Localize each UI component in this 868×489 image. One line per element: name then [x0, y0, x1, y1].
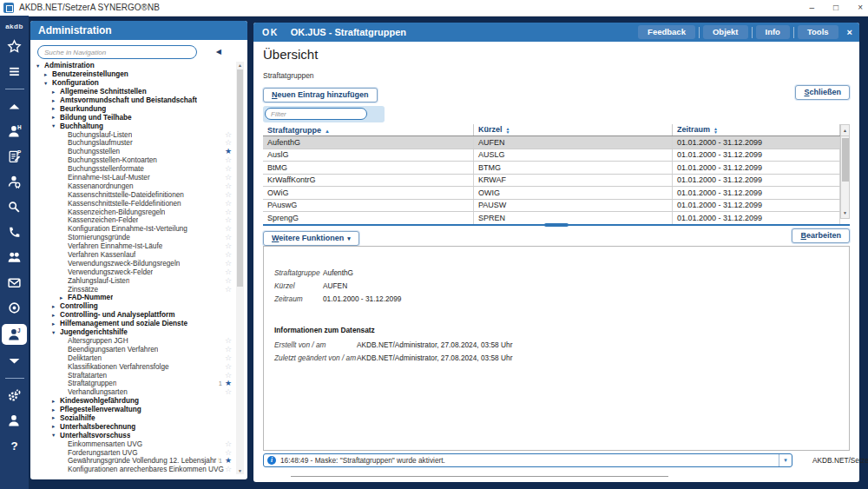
tree-collapsed-icon[interactable]: ▸	[52, 89, 60, 96]
favorite-star-icon[interactable]: ☆	[225, 363, 232, 371]
tree-item[interactable]: ▸Kindeswohlgefährdung	[34, 397, 233, 406]
add-entry-button[interactable]: Neuen Eintrag hinzufügen	[263, 88, 378, 102]
person-h-icon[interactable]: H	[2, 124, 27, 139]
tree-item[interactable]: Verwendungszweck-Felder☆	[34, 268, 233, 276]
tree-item[interactable]: Einkommensarten UVG☆	[34, 439, 233, 448]
tree-item[interactable]: Verfahren Kassenlauf☆	[34, 251, 233, 260]
tree-item[interactable]: Kassenschnittstelle-Dateidefinitionen☆	[34, 190, 233, 199]
table-scroll-up-icon[interactable]: ▲	[841, 125, 849, 136]
tree-expanded-icon[interactable]: ▾	[52, 122, 60, 129]
favorite-star-icon[interactable]: ☆	[225, 260, 232, 268]
header-button-feedback[interactable]: Feedback	[638, 25, 695, 39]
favorite-star-icon[interactable]: ☆	[225, 337, 232, 345]
favorite-star-icon[interactable]: ☆	[225, 200, 232, 208]
tree-item[interactable]: ▾Konfiguration	[34, 79, 233, 88]
table-row[interactable]: BtMGBTMG01.01.2000 - 31.12.2099	[263, 162, 840, 175]
favorite-star-icon[interactable]: ☆	[225, 191, 232, 199]
scroll-down-icon[interactable]	[2, 354, 27, 368]
tree-item[interactable]: ▸Controlling- und Analyseplattform	[34, 311, 233, 320]
tree-item[interactable]: Straftatarten☆	[34, 371, 233, 380]
tree-scrollbar[interactable]: ▲ ▼	[236, 62, 244, 474]
tree-collapsed-icon[interactable]: ▸	[52, 303, 60, 310]
tree-item[interactable]: Deliktarten☆	[34, 354, 233, 362]
favorite-star-icon[interactable]: ★	[225, 380, 232, 387]
favorite-star-icon[interactable]: ☆	[225, 139, 232, 147]
tree-item[interactable]: Stornierungsgründe☆	[34, 234, 233, 242]
tree-item[interactable]: Buchungslaufmuster☆	[34, 139, 233, 148]
close-module-icon[interactable]: ×	[847, 27, 852, 37]
menu-list-icon[interactable]	[2, 64, 27, 79]
tree-expanded-icon[interactable]: ▾	[52, 432, 60, 439]
status-dropdown-button[interactable]: ▾	[779, 454, 792, 466]
tree-item[interactable]: ▸Sozialhilfe	[34, 414, 233, 423]
header-button-info[interactable]: Info	[756, 25, 790, 39]
tree-item[interactable]: ▸Unterhaltsberechnung	[34, 422, 233, 431]
tree-collapsed-icon[interactable]: ▸	[60, 294, 68, 301]
tree-item[interactable]: Buchungsstellenformate☆	[34, 165, 233, 174]
user-icon[interactable]	[2, 413, 27, 428]
target-icon[interactable]	[2, 301, 27, 315]
tree-item[interactable]: Kassenanordnungen☆	[34, 182, 233, 190]
help-icon[interactable]: ?	[2, 439, 27, 453]
header-button-objekt[interactable]: Objekt	[703, 25, 748, 39]
favorite-star-icon[interactable]: ☆	[225, 268, 232, 276]
tree-item[interactable]: Beendigungsarten Verfahren☆	[34, 345, 233, 354]
tree-item[interactable]: Einnahme-Ist-Lauf-Muster☆	[34, 174, 233, 182]
favorite-star-icon[interactable]: ☆	[225, 156, 232, 164]
column-header-straftatgruppe[interactable]: Straftatgruppe▲	[263, 124, 474, 136]
tree-item[interactable]: ▸Controlling	[34, 302, 233, 311]
table-scroll-down-icon[interactable]: ▼	[841, 208, 849, 218]
table-row[interactable]: AuslGAUSLG01.01.2000 - 31.12.2099	[263, 149, 840, 162]
people-icon[interactable]	[2, 250, 27, 265]
column-header-zeitraum[interactable]: Zeitraum▲▼	[673, 124, 840, 136]
close-window-button[interactable]: ×	[858, 0, 863, 16]
favorite-star-icon[interactable]: ☆	[225, 449, 232, 457]
favorite-star-icon[interactable]: ☆	[225, 174, 232, 182]
tree-item[interactable]: Buchungsstellen-Kontoarten☆	[34, 156, 233, 165]
tree-item[interactable]: Verwendungszweck-Bildungsregeln☆	[34, 259, 233, 268]
tree-expanded-icon[interactable]: ▾	[52, 329, 60, 336]
favorite-star-icon[interactable]: ☆	[225, 286, 232, 294]
tree-item[interactable]: ▸Beurkundung	[34, 104, 233, 113]
tree-expanded-icon[interactable]: ▾	[44, 80, 52, 87]
tree-item[interactable]: Kassenzeichen-Bildungsregeln☆	[34, 208, 233, 216]
favorite-star-icon[interactable]: ☆	[225, 372, 232, 380]
column-header-kürzel[interactable]: Kürzel▲▼	[474, 124, 673, 136]
scroll-up-icon[interactable]	[2, 99, 27, 114]
favorite-star-icon[interactable]: ★	[225, 148, 232, 155]
tree-item[interactable]: Kassenzeichen-Felder☆	[34, 216, 233, 225]
document-edit-icon[interactable]: P	[2, 149, 27, 164]
collapse-sidebar-icon[interactable]: ◀	[216, 48, 221, 56]
navigation-search-input[interactable]	[37, 45, 197, 59]
scrollbar-down-icon[interactable]: ▼	[236, 467, 244, 474]
tree-item[interactable]: Buchungsstellen★	[34, 148, 233, 156]
scrollbar-up-icon[interactable]: ▲	[236, 62, 244, 69]
tree-item[interactable]: Forderungsarten UVG☆	[34, 448, 233, 457]
favorite-star-icon[interactable]: ☆	[225, 251, 232, 259]
tree-expanded-icon[interactable]: ▾	[36, 63, 44, 69]
tree-item[interactable]: ▸Benutzereinstellungen	[34, 70, 233, 79]
tree-item[interactable]: Verfahren Einnahme-Ist-Läufe☆	[34, 242, 233, 251]
table-scrollbar-thumb[interactable]	[842, 138, 849, 182]
tree-item[interactable]: Altersgruppen JGH☆	[34, 337, 233, 346]
favorite-star-icon[interactable]: ★	[225, 457, 232, 465]
tree-item[interactable]: ▾Buchhaltung	[34, 122, 233, 130]
table-row[interactable]: SprengGSPREN01.01.2000 - 31.12.2099	[263, 212, 840, 225]
tree-item[interactable]: Kassenschnittstelle-Felddefinitionen☆	[34, 199, 233, 208]
tree-collapsed-icon[interactable]: ▸	[52, 312, 60, 319]
tree-item[interactable]: ▾Administration	[34, 62, 233, 70]
person-j-icon[interactable]: J	[2, 324, 27, 345]
more-functions-button[interactable]: Weitere Funktionen▾	[263, 231, 359, 246]
tree-item[interactable]: Konfigurationen anrechenbares Einkommen …	[34, 466, 233, 474]
tree-collapsed-icon[interactable]: ▸	[52, 398, 60, 405]
favorite-star-icon[interactable]: ☆	[225, 242, 232, 250]
mail-icon[interactable]	[2, 275, 27, 290]
filter-input[interactable]	[265, 108, 367, 120]
tree-item[interactable]: ▸Pflegestellenverwaltung	[34, 406, 233, 414]
maximize-button[interactable]: □	[833, 0, 838, 16]
tree-item[interactable]: Klassifikationen Verfahrensfolge☆	[34, 362, 233, 371]
edit-button[interactable]: Bearbeiten	[792, 228, 850, 243]
favorite-star-icon[interactable]: ☆	[225, 182, 232, 190]
settings-gears-icon[interactable]	[2, 388, 27, 403]
favorite-star-icon[interactable]: ☆	[225, 466, 232, 473]
